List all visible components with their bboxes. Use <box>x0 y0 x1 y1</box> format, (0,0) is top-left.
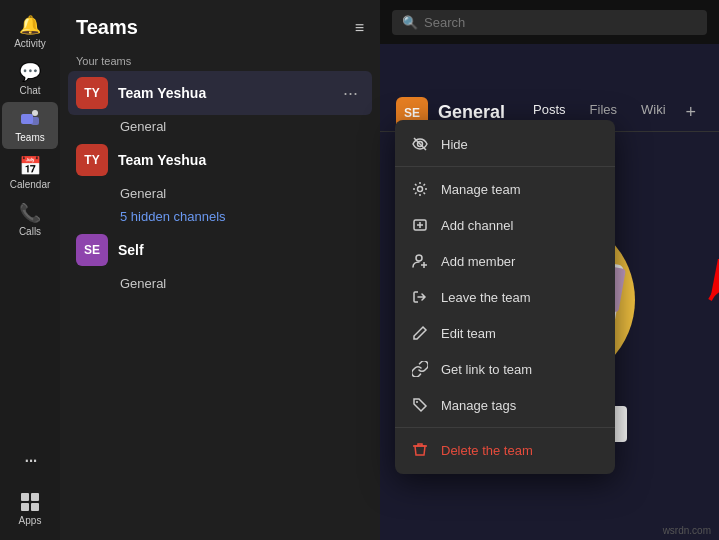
channel-general-se[interactable]: General <box>68 272 372 295</box>
team-avatar-se: SE <box>76 234 108 266</box>
svg-rect-4 <box>31 493 39 501</box>
svg-rect-2 <box>31 117 39 125</box>
menu-divider-2 <box>395 427 615 428</box>
sidebar-item-calls[interactable]: 📞 Calls <box>2 196 58 243</box>
sidebar-item-activity[interactable]: 🔔 Activity <box>2 8 58 55</box>
svg-rect-6 <box>31 503 39 511</box>
search-bar[interactable]: 🔍 <box>392 10 707 35</box>
filter-icon[interactable]: ≡ <box>355 19 364 37</box>
team-avatar-ty2: TY <box>76 144 108 176</box>
teams-icon <box>19 108 41 130</box>
menu-item-delete-team[interactable]: Delete the team <box>395 432 615 468</box>
sidebar-item-chat[interactable]: 💬 Chat <box>2 55 58 102</box>
calls-icon: 📞 <box>19 202 41 224</box>
add-tab-button[interactable]: + <box>680 94 703 131</box>
calendar-label: Calendar <box>10 179 51 190</box>
section-label: Your teams <box>68 47 372 71</box>
search-input[interactable] <box>424 15 697 30</box>
channel-general-ty2[interactable]: General <box>68 182 372 205</box>
menu-item-add-channel[interactable]: Add channel <box>395 207 615 243</box>
team-name-se: Self <box>118 242 144 258</box>
menu-divider-1 <box>395 166 615 167</box>
edit-icon <box>411 324 429 342</box>
svg-rect-3 <box>21 493 29 501</box>
top-bar: 🔍 <box>380 0 719 44</box>
team-item-ty1[interactable]: TY Team Yeshua ··· <box>68 71 372 115</box>
tab-posts-label: Posts <box>533 102 566 117</box>
icon-bar: 🔔 Activity 💬 Chat Teams 📅 Calendar 📞 Cal… <box>0 0 60 540</box>
svg-point-1 <box>32 110 38 116</box>
sidebar-item-teams[interactable]: Teams <box>2 102 58 149</box>
team-avatar-ty1: TY <box>76 77 108 109</box>
search-icon: 🔍 <box>402 15 418 30</box>
menu-leave-label: Leave the team <box>441 290 531 305</box>
apps-label: Apps <box>19 515 42 526</box>
channel-general-ty1[interactable]: General <box>68 115 372 138</box>
leave-icon <box>411 288 429 306</box>
sidebar-item-apps[interactable]: Apps <box>2 485 58 532</box>
sidebar-item-more[interactable]: ··· <box>2 443 58 477</box>
menu-manage-tags-label: Manage tags <box>441 398 516 413</box>
link-icon <box>411 360 429 378</box>
watermark: wsrdn.com <box>663 525 711 536</box>
add-member-icon <box>411 252 429 270</box>
trash-icon <box>411 441 429 459</box>
menu-add-member-label: Add member <box>441 254 515 269</box>
apps-icon <box>19 491 41 513</box>
activity-icon: 🔔 <box>19 14 41 36</box>
svg-point-9 <box>418 187 423 192</box>
team-name-ty2: Team Yeshua <box>118 152 206 168</box>
left-panel: Teams ≡ Your teams TY Team Yeshua ··· Ge… <box>60 0 380 540</box>
activity-label: Activity <box>14 38 46 49</box>
menu-item-add-member[interactable]: Add member <box>395 243 615 279</box>
menu-edit-label: Edit team <box>441 326 496 341</box>
gear-icon <box>411 180 429 198</box>
menu-delete-label: Delete the team <box>441 443 533 458</box>
menu-item-edit-team[interactable]: Edit team <box>395 315 615 351</box>
menu-item-get-link[interactable]: Get link to team <box>395 351 615 387</box>
team-name-ty1: Team Yeshua <box>118 85 206 101</box>
context-menu: Hide Manage team Add channel <box>395 120 615 474</box>
add-channel-icon <box>411 216 429 234</box>
menu-item-hide[interactable]: Hide <box>395 126 615 162</box>
svg-rect-5 <box>21 503 29 511</box>
menu-get-link-label: Get link to team <box>441 362 532 377</box>
calendar-icon: 📅 <box>19 155 41 177</box>
svg-point-16 <box>416 401 418 403</box>
svg-point-13 <box>416 255 422 261</box>
tab-files-label: Files <box>590 102 617 117</box>
team-item-ty2[interactable]: TY Team Yeshua <box>68 138 372 182</box>
menu-item-manage-team[interactable]: Manage team <box>395 171 615 207</box>
menu-add-channel-label: Add channel <box>441 218 513 233</box>
menu-item-manage-tags[interactable]: Manage tags <box>395 387 615 423</box>
left-panel-header: Teams ≡ <box>60 0 380 47</box>
sidebar-item-calendar[interactable]: 📅 Calendar <box>2 149 58 196</box>
team-more-button-ty1[interactable]: ··· <box>337 81 364 106</box>
team-item-se[interactable]: SE Self <box>68 228 372 272</box>
hide-icon <box>411 135 429 153</box>
teams-label: Teams <box>15 132 44 143</box>
chat-label: Chat <box>19 85 40 96</box>
teams-list: Your teams TY Team Yeshua ··· General TY… <box>60 47 380 540</box>
tag-icon <box>411 396 429 414</box>
menu-hide-label: Hide <box>441 137 468 152</box>
teams-panel-title: Teams <box>76 16 138 39</box>
channel-hidden-ty2[interactable]: 5 hidden channels <box>68 205 372 228</box>
calls-label: Calls <box>19 226 41 237</box>
menu-manage-team-label: Manage team <box>441 182 521 197</box>
tab-wiki[interactable]: Wiki <box>631 94 676 131</box>
menu-item-leave-team[interactable]: Leave the team <box>395 279 615 315</box>
chat-icon: 💬 <box>19 61 41 83</box>
tab-wiki-label: Wiki <box>641 102 666 117</box>
more-icon: ··· <box>19 449 41 471</box>
